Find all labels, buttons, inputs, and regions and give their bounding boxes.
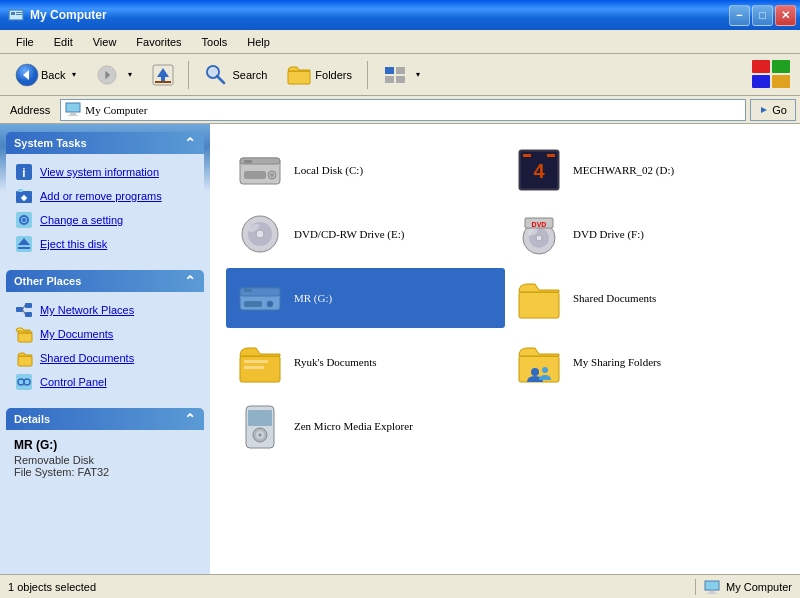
svg-rect-3 [16,12,22,13]
svg-point-38 [22,218,26,222]
removable-disk-icon [236,274,284,322]
main-layout: System Tasks ⌃ i View system information [0,124,800,574]
svg-rect-2 [11,12,15,15]
eject-disk-link[interactable]: Eject this disk [10,232,200,256]
svg-rect-48 [18,356,32,366]
address-input[interactable] [85,104,741,116]
search-label: Search [232,69,267,81]
title-bar-buttons: − □ ✕ [729,5,796,26]
dvd-icon: DVD [515,210,563,258]
view-system-info-link[interactable]: i View system information [10,160,200,184]
svg-rect-16 [288,71,310,84]
control-panel-link[interactable]: Control Panel [10,370,200,394]
menu-tools[interactable]: Tools [194,34,236,50]
svg-rect-19 [385,76,394,83]
system-tasks-collapse[interactable]: ⌃ [184,136,196,150]
ryuks-folder-icon [236,338,284,386]
dvdcdrw-e-item[interactable]: DVD/CD-RW Drive (E:) [226,204,505,264]
menu-favorites[interactable]: Favorites [128,34,189,50]
address-bar: Address Go [0,96,800,124]
game-icon: 4 [515,146,563,194]
other-places-body: My Network Places My Documents [6,292,204,400]
dvdrw-icon [236,210,284,258]
forward-icon [95,63,119,87]
mr-g-item[interactable]: MR (G:) [226,268,505,328]
details-title: MR (G:) [14,438,196,452]
up-button[interactable] [144,58,182,92]
menu-file[interactable]: File [8,34,42,50]
svg-rect-25 [66,103,80,112]
shared-docs-label: Shared Documents [573,292,656,304]
svg-rect-57 [244,160,252,163]
my-sharing-item[interactable]: My Sharing Folders [505,332,784,392]
info-icon: i [14,162,34,182]
forward-button[interactable]: ▾ [90,56,142,94]
svg-rect-80 [244,360,268,363]
details-body: MR (G:) Removable Disk File System: FAT3… [6,430,204,486]
svg-point-76 [267,301,273,307]
ryuks-docs-item[interactable]: Ryuk's Documents [226,332,505,392]
close-button[interactable]: ✕ [775,5,796,26]
status-right: My Computer [695,579,792,595]
mr-g-label: MR (G:) [294,292,332,304]
search-button[interactable]: Search [195,58,276,92]
svg-text:4: 4 [533,160,545,182]
toolbar-sep-1 [188,61,189,89]
menu-edit[interactable]: Edit [46,34,81,50]
other-places-section: Other Places ⌃ My Network Places [6,270,204,400]
details-header[interactable]: Details ⌃ [6,408,204,430]
svg-rect-75 [244,301,262,307]
content-grid: Local Disk (C:) 4 MECHWARR_02 (D:) [226,140,784,456]
views-button[interactable]: ▾ [374,56,434,94]
back-button[interactable]: Back ▾ [8,56,88,94]
svg-rect-18 [396,67,405,74]
system-tasks-header[interactable]: System Tasks ⌃ [6,132,204,154]
other-places-collapse[interactable]: ⌃ [184,274,196,288]
minimize-button[interactable]: − [729,5,750,26]
status-right-label: My Computer [726,581,792,593]
title-bar: My Computer − □ ✕ [0,0,800,30]
go-button[interactable]: Go [750,99,796,121]
svg-rect-43 [25,303,32,308]
my-documents-link[interactable]: My Documents [10,322,200,346]
change-setting-link[interactable]: Change a setting [10,208,200,232]
toolbar: Back ▾ ▾ [0,54,800,96]
maximize-button[interactable]: □ [752,5,773,26]
svg-point-83 [531,368,539,376]
other-places-header[interactable]: Other Places ⌃ [6,270,204,292]
network-icon [14,300,34,320]
local-disk-c-item[interactable]: Local Disk (C:) [226,140,505,200]
system-tasks-section: System Tasks ⌃ i View system information [6,132,204,262]
settings-icon [14,210,34,230]
svg-rect-41 [18,247,30,249]
sharing-folder-icon [515,338,563,386]
address-computer-icon [65,101,81,119]
dvdcdrw-e-label: DVD/CD-RW Drive (E:) [294,228,404,240]
shared-folder-icon [14,348,34,368]
back-dropdown[interactable]: ▾ [67,61,81,89]
zen-micro-item[interactable]: Zen Micro Media Explorer [226,396,505,456]
details-subtitle: Removable Disk [14,454,196,466]
content-area: Local Disk (C:) 4 MECHWARR_02 (D:) [210,124,800,574]
forward-dropdown[interactable]: ▾ [123,61,137,89]
details-collapse[interactable]: ⌃ [184,412,196,426]
my-network-places-link[interactable]: My Network Places [10,298,200,322]
shared-documents-link[interactable]: Shared Documents [10,346,200,370]
svg-marker-28 [761,107,767,113]
mechwarr-d-item[interactable]: 4 MECHWARR_02 (D:) [505,140,784,200]
mechwarr-d-label: MECHWARR_02 (D:) [573,164,674,176]
menu-bar: File Edit View Favorites Tools Help [0,30,800,54]
dvd-f-label: DVD Drive (F:) [573,228,644,240]
dvd-f-item[interactable]: DVD DVD Drive (F:) [505,204,784,264]
add-remove-link[interactable]: Add or remove programs [10,184,200,208]
hdd-icon [236,146,284,194]
menu-view[interactable]: View [85,34,125,50]
shared-docs-item[interactable]: Shared Documents [505,268,784,328]
views-dropdown[interactable]: ▾ [411,61,425,89]
status-left: 1 objects selected [8,581,96,593]
svg-point-65 [256,230,264,238]
svg-line-14 [217,76,224,83]
menu-help[interactable]: Help [239,34,278,50]
svg-rect-20 [396,76,405,83]
folders-button[interactable]: Folders [278,58,361,92]
